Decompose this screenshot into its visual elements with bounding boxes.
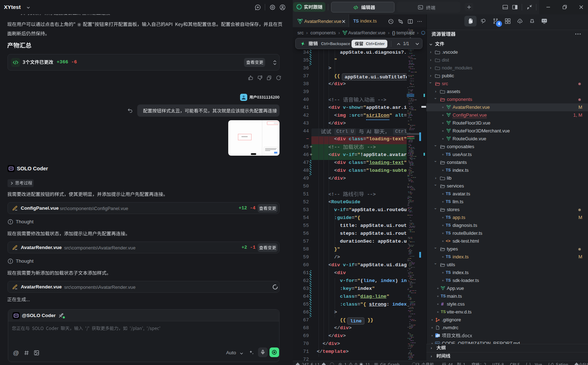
svg-text:W: W [436, 335, 438, 337]
